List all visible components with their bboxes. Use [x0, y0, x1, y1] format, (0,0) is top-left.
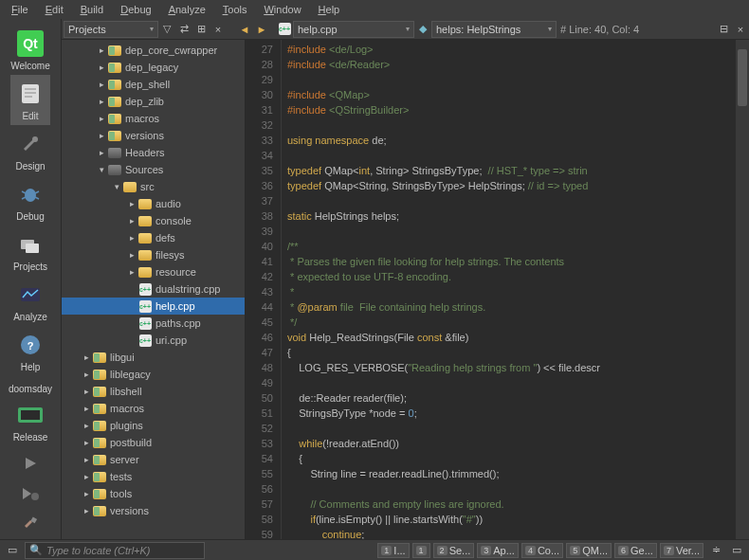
- scrollbar[interactable]: [736, 40, 749, 539]
- menu-build[interactable]: Build: [73, 2, 111, 17]
- chevron-icon[interactable]: ▸: [81, 352, 92, 362]
- menu-edit[interactable]: Edit: [38, 2, 71, 17]
- mode-edit[interactable]: Edit: [10, 75, 50, 125]
- chevron-icon[interactable]: ▸: [126, 267, 137, 277]
- menu-debug[interactable]: Debug: [113, 2, 158, 17]
- chevron-icon[interactable]: ▸: [81, 421, 92, 430]
- tree-item[interactable]: ▸Headers: [62, 144, 245, 161]
- tree-item[interactable]: ▸postbuild: [62, 434, 245, 451]
- tree-item[interactable]: c++paths.cpp: [62, 315, 245, 332]
- chevron-icon[interactable]: ▸: [126, 250, 137, 260]
- tree-item[interactable]: ▸dep_zlib: [62, 93, 245, 110]
- symbol-combo[interactable]: helps: HelpStrings ▾: [431, 21, 557, 38]
- split-icon[interactable]: ⊞: [192, 21, 210, 38]
- tree-item[interactable]: ▸audio: [62, 195, 245, 212]
- tree-item[interactable]: ▸resource: [62, 263, 245, 280]
- output-pane-button[interactable]: 3Ap...: [477, 543, 519, 558]
- tree-item[interactable]: ▸tools: [62, 485, 245, 502]
- tree-item[interactable]: ▸macros: [62, 110, 245, 127]
- run-button[interactable]: [16, 450, 45, 477]
- chevron-icon[interactable]: ▸: [81, 404, 92, 413]
- tree-item[interactable]: ▸filesys: [62, 246, 245, 263]
- tree-item[interactable]: ▸versions: [62, 502, 245, 519]
- output-pane-button[interactable]: 5QM...: [566, 543, 612, 558]
- menu-analyze[interactable]: Analyze: [161, 2, 213, 17]
- back-button[interactable]: ◄: [236, 21, 253, 38]
- forward-button[interactable]: ►: [253, 21, 270, 38]
- chevron-icon[interactable]: ▾: [96, 165, 107, 174]
- tree-item[interactable]: ▸console: [62, 212, 245, 229]
- menu-tools[interactable]: Tools: [215, 2, 255, 17]
- project-tree[interactable]: ▸dep_core_cwrapper▸dep_legacy▸dep_shell▸…: [62, 40, 246, 539]
- chevron-icon[interactable]: ▸: [81, 438, 92, 447]
- mode-help[interactable]: ?Help: [10, 326, 50, 376]
- chevron-icon[interactable]: ▸: [81, 472, 92, 481]
- tree-item[interactable]: ▸dep_shell: [62, 76, 245, 93]
- chevron-icon[interactable]: ▸: [81, 387, 92, 396]
- code-editor[interactable]: 2728293031323334353637383940414243444546…: [246, 40, 749, 539]
- chevron-icon[interactable]: ▸: [126, 233, 137, 243]
- tree-item[interactable]: c++dualstring.cpp: [62, 280, 245, 298]
- tree-item[interactable]: ▸versions: [62, 127, 245, 144]
- output-pane-button[interactable]: 6Ge...: [614, 543, 657, 558]
- menu-file[interactable]: File: [4, 2, 36, 17]
- chevron-icon[interactable]: ▾: [111, 182, 122, 191]
- tree-item[interactable]: ▸tests: [62, 468, 245, 485]
- menu-window[interactable]: Window: [256, 2, 308, 17]
- chevron-icon[interactable]: ▸: [96, 131, 107, 140]
- tree-item[interactable]: ▾Sources: [62, 161, 245, 178]
- chevron-icon[interactable]: ▸: [81, 370, 92, 379]
- chevron-icon[interactable]: ▸: [96, 80, 107, 89]
- chevron-icon[interactable]: ▸: [96, 97, 107, 106]
- tree-item[interactable]: c++uri.cpp: [62, 332, 245, 349]
- tree-item[interactable]: ▸liblegacy: [62, 366, 245, 383]
- output-pane-button[interactable]: 1I...: [377, 543, 409, 558]
- tree-item[interactable]: ▾src: [62, 178, 245, 195]
- chevron-icon[interactable]: ▸: [126, 199, 137, 208]
- tree-label: libshell: [110, 386, 142, 397]
- tree-item[interactable]: ▸libshell: [62, 383, 245, 400]
- output-chevron-icon[interactable]: ≑: [707, 542, 724, 559]
- chevron-icon[interactable]: ▸: [126, 216, 137, 226]
- locator-input[interactable]: 🔍 Type to locate (Ctrl+K): [25, 542, 205, 559]
- chevron-icon[interactable]: ▸: [81, 506, 92, 515]
- output-pane-button[interactable]: 7Ver...: [660, 543, 703, 558]
- tree-item[interactable]: ▸plugins: [62, 417, 245, 434]
- filter-icon[interactable]: ▽: [158, 21, 175, 38]
- mode-welcome[interactable]: QtWelcome: [10, 25, 50, 75]
- output-close-icon[interactable]: ▭: [728, 542, 745, 559]
- close-icon[interactable]: ×: [210, 21, 227, 38]
- chevron-icon[interactable]: ▸: [81, 455, 92, 464]
- debug-run-button[interactable]: [16, 480, 45, 507]
- projects-combo[interactable]: Projects ▾: [64, 21, 158, 38]
- tree-item[interactable]: ▸dep_core_cwrapper: [62, 42, 245, 59]
- tree-item[interactable]: c++help.cpp: [62, 298, 245, 315]
- file-combo[interactable]: help.cpp ▾: [293, 21, 414, 38]
- chevron-icon[interactable]: ▸: [96, 63, 107, 72]
- tree-item[interactable]: ▸libgui: [62, 349, 245, 366]
- scrollbar-thumb[interactable]: [738, 49, 747, 106]
- output-pane-button[interactable]: 1: [412, 543, 430, 558]
- menu-help[interactable]: Help: [311, 2, 348, 17]
- chevron-icon[interactable]: ▸: [81, 489, 92, 498]
- sidebar-toggle-icon[interactable]: ▭: [4, 542, 21, 559]
- mode-projects[interactable]: Projects: [10, 226, 50, 276]
- chevron-icon[interactable]: ▸: [96, 148, 107, 157]
- mode-design[interactable]: Design: [10, 125, 50, 175]
- close-editor-icon[interactable]: ×: [732, 21, 749, 38]
- mode-analyze[interactable]: Analyze: [10, 276, 50, 326]
- code-area[interactable]: #include <de/Log>#include <de/Reader> #i…: [282, 40, 749, 539]
- output-pane-button[interactable]: 2Se...: [433, 543, 475, 558]
- kit-icon[interactable]: [15, 400, 46, 430]
- mode-debug[interactable]: Debug: [10, 175, 50, 226]
- tree-item[interactable]: ▸server: [62, 451, 245, 468]
- tree-item[interactable]: ▸defs: [62, 229, 245, 246]
- split-editor-icon[interactable]: ⊟: [715, 21, 732, 38]
- chevron-icon[interactable]: ▸: [96, 45, 107, 55]
- build-button[interactable]: [16, 511, 45, 537]
- output-pane-button[interactable]: 4Co...: [521, 543, 563, 558]
- tree-item[interactable]: ▸macros: [62, 400, 245, 417]
- chevron-icon[interactable]: ▸: [96, 114, 107, 123]
- tree-item[interactable]: ▸dep_legacy: [62, 59, 245, 76]
- sync-icon[interactable]: ⇄: [175, 21, 192, 38]
